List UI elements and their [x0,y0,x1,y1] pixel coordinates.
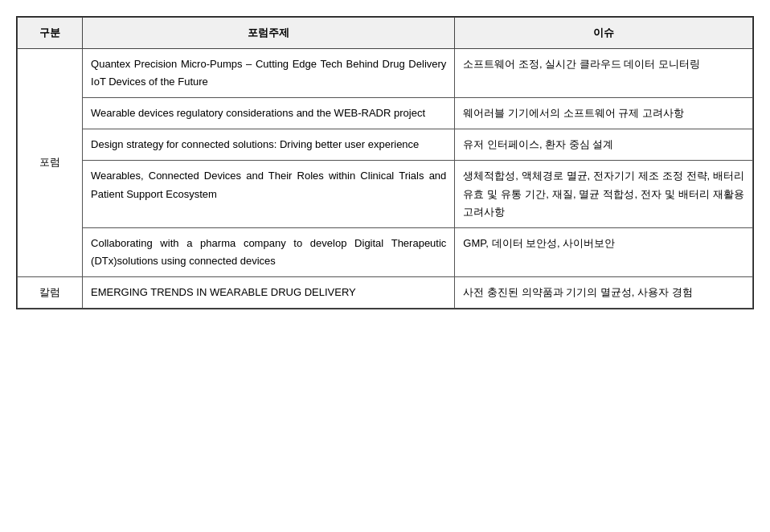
cell-topic: Wearable devices regulatory consideratio… [83,98,455,129]
table-header-row: 구분 포럼주제 이슈 [18,18,753,49]
header-gubun: 구분 [18,18,83,49]
table-row: 포럼Quantex Precision Micro-Pumps – Cuttin… [18,49,753,98]
header-topic: 포럼주제 [83,18,455,49]
table-row: Wearable devices regulatory consideratio… [18,98,753,129]
cell-gubun: 포럼 [18,49,83,277]
main-table-container: 구분 포럼주제 이슈 포럼Quantex Precision Micro-Pum… [16,16,754,309]
cell-topic: Wearables, Connected Devices and Their R… [83,161,455,227]
table-row: Design strategy for connected solutions:… [18,129,753,161]
cell-issue: 웨어러블 기기에서의 소프트웨어 규제 고려사항 [455,98,753,129]
cell-topic: Quantex Precision Micro-Pumps – Cutting … [83,49,455,98]
cell-gubun: 칼럼 [18,276,83,308]
cell-topic: Collaborating with a pharma company to d… [83,227,455,276]
cell-issue: 생체적합성, 액체경로 멸균, 전자기기 제조 조정 전략, 배터리 유효 및 … [455,161,753,227]
header-issue: 이슈 [455,18,753,49]
cell-topic: Design strategy for connected solutions:… [83,129,455,161]
cell-issue: 유저 인터페이스, 환자 중심 설계 [455,129,753,161]
table-row: Collaborating with a pharma company to d… [18,227,753,276]
table-row: 칼럼EMERGING TRENDS IN WEARABLE DRUG DELIV… [18,276,753,308]
cell-issue: 소프트웨어 조정, 실시간 클라우드 데이터 모니터링 [455,49,753,98]
cell-topic: EMERGING TRENDS IN WEARABLE DRUG DELIVER… [83,276,455,308]
cell-issue: GMP, 데이터 보안성, 사이버보안 [455,227,753,276]
content-table: 구분 포럼주제 이슈 포럼Quantex Precision Micro-Pum… [17,17,753,309]
cell-issue: 사전 충진된 의약품과 기기의 멸균성, 사용자 경험 [455,276,753,308]
table-row: Wearables, Connected Devices and Their R… [18,161,753,227]
